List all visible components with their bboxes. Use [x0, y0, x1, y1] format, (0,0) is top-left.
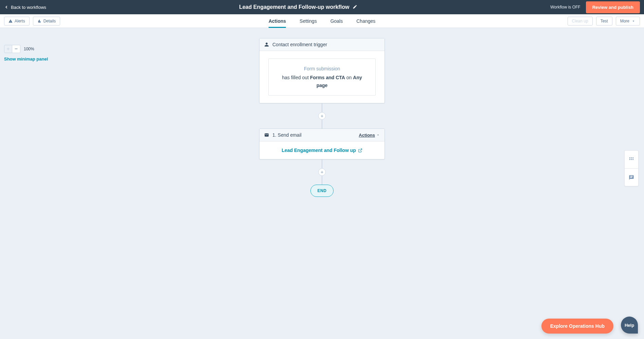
- connector-line: [322, 176, 322, 185]
- caret-down-icon: [631, 19, 636, 23]
- back-to-workflows-link[interactable]: Back to workflows: [4, 5, 46, 10]
- flow-column: Contact enrollment trigger Form submissi…: [0, 28, 644, 197]
- end-node: END: [310, 185, 334, 197]
- email-icon: [264, 133, 269, 137]
- sub-right: Clean up Test More: [568, 17, 640, 26]
- external-link-icon: [358, 148, 362, 153]
- details-label: Details: [43, 19, 56, 23]
- test-button[interactable]: Test: [596, 17, 612, 26]
- top-header: Back to workflows Lead Engagement and Fo…: [0, 0, 644, 14]
- more-button[interactable]: More: [616, 17, 640, 26]
- zoom-controls: + − 100% Show minimap panel: [4, 45, 48, 62]
- trigger-card-body: Form submission has filled out Forms and…: [260, 51, 384, 103]
- connector-line: [322, 159, 322, 168]
- tab-actions[interactable]: Actions: [269, 14, 286, 28]
- help-button[interactable]: Help: [621, 317, 638, 334]
- trigger-header-label: Contact enrollment trigger: [272, 42, 327, 47]
- title-container: Lead Engagement and Follow-up workflow: [50, 4, 546, 10]
- cleanup-button[interactable]: Clean up: [568, 17, 593, 26]
- edit-title-button[interactable]: [353, 4, 357, 10]
- tab-goals[interactable]: Goals: [330, 14, 343, 28]
- send-email-header: 1. Send email Actions: [260, 129, 384, 141]
- enrollment-trigger-card[interactable]: Contact enrollment trigger Form submissi…: [259, 38, 385, 103]
- comment-icon: [629, 175, 634, 180]
- zoom-in-button[interactable]: +: [4, 45, 12, 53]
- sub-left: Alerts Details: [4, 17, 60, 26]
- email-asset-link[interactable]: Lead Engagement and Follow up: [282, 148, 362, 153]
- add-step-button-1[interactable]: +: [318, 112, 326, 120]
- alerts-label: Alerts: [15, 19, 25, 23]
- trigger-text: has filled out Forms and CTA on Any page: [282, 75, 362, 88]
- contact-icon: [264, 42, 269, 47]
- send-email-body: Lead Engagement and Follow up: [260, 141, 384, 159]
- workflow-title: Lead Engagement and Follow-up workflow: [239, 4, 349, 10]
- chevron-left-icon: [4, 5, 9, 10]
- alerts-button[interactable]: Alerts: [4, 17, 30, 26]
- chart-icon: [37, 19, 41, 23]
- workflow-status: Workflow is OFF: [550, 5, 580, 10]
- details-button[interactable]: Details: [33, 17, 60, 26]
- connector-line: [322, 120, 322, 129]
- side-panel: [624, 150, 639, 186]
- step-actions-dropdown[interactable]: Actions: [359, 133, 380, 138]
- svg-line-0: [360, 149, 362, 151]
- send-email-card[interactable]: 1. Send email Actions Lead Engagement an…: [259, 129, 385, 159]
- svg-rect-2: [631, 157, 632, 158]
- trigger-card-header: Contact enrollment trigger: [260, 38, 384, 51]
- zoom-percent: 100%: [24, 47, 34, 51]
- step-label: 1. Send email: [272, 132, 302, 138]
- svg-rect-5: [631, 159, 632, 160]
- caret-down-icon: [376, 133, 380, 137]
- svg-rect-1: [629, 157, 630, 158]
- back-label: Back to workflows: [11, 5, 46, 10]
- show-minimap-link[interactable]: Show minimap panel: [4, 56, 48, 62]
- grid-icon: [629, 157, 634, 162]
- svg-rect-4: [629, 159, 630, 160]
- more-label: More: [620, 19, 629, 23]
- svg-rect-3: [632, 157, 633, 158]
- add-step-button-2[interactable]: +: [318, 168, 326, 176]
- zoom-out-button[interactable]: −: [12, 45, 20, 53]
- pencil-icon: [353, 4, 357, 9]
- sub-header: Alerts Details Actions Settings Goals Ch…: [0, 14, 644, 28]
- trigger-criteria-box[interactable]: Form submission has filled out Forms and…: [268, 58, 376, 96]
- explore-ops-hub-button[interactable]: Explore Operations Hub: [541, 319, 613, 334]
- tab-changes[interactable]: Changes: [356, 14, 375, 28]
- svg-rect-6: [632, 159, 633, 160]
- tabs: Actions Settings Goals Changes: [269, 14, 376, 28]
- tab-settings[interactable]: Settings: [300, 14, 317, 28]
- trigger-sub-label: Form submission: [279, 65, 365, 72]
- comments-panel-button[interactable]: [625, 168, 638, 186]
- warning-icon: [8, 19, 13, 23]
- data-panel-button[interactable]: [625, 151, 638, 168]
- review-publish-button[interactable]: Review and publish: [586, 1, 640, 13]
- workflow-canvas[interactable]: + − 100% Show minimap panel Contact enro…: [0, 28, 644, 339]
- connector-line: [322, 103, 322, 112]
